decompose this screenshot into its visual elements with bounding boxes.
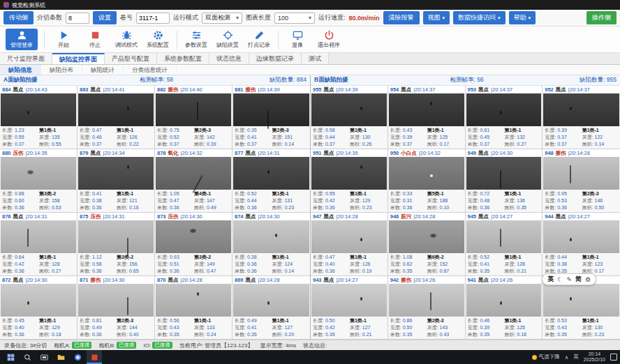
folder-icon[interactable]	[53, 350, 68, 364]
sub-tab-bar: 缺陷信息缺陷分布缺陷统计分类信息统计	[0, 65, 620, 75]
app-red-icon[interactable]	[87, 350, 102, 364]
action-button-4[interactable]: 系统配置	[145, 30, 170, 49]
action-button-6[interactable]: 缺陷设置	[215, 30, 240, 49]
defect-grid: 955黑点|20:14:39长度:0.58宽度:0.44米数:0.37第1类-1…	[311, 86, 620, 340]
ime-settings-icon[interactable]: ⚙	[585, 276, 591, 283]
defect-cell[interactable]: 875压伤|20:14:31长度:1.12宽度:0.58米数:0.36第3类-2…	[78, 213, 155, 276]
defect-cell[interactable]: 953黑点|20:14:37长度:0.61宽度:0.45米数:0.37第1类-1…	[466, 86, 543, 149]
defect-id: 882	[157, 86, 166, 93]
slit-count-input[interactable]	[66, 13, 89, 24]
defect-cell[interactable]: 870黑点|20:14:28长度:0.56宽度:0.43米数:0.35第1类-1…	[155, 276, 232, 340]
tab-5[interactable]: 边缘数据记录	[249, 53, 302, 64]
view-menu-button[interactable]: 视图	[423, 11, 450, 24]
defect-info: 长度:0.45宽度:0.40米数:0.36第1类-1灰度:129面积:0.18	[0, 317, 77, 339]
defect-id: 942	[390, 277, 399, 283]
defect-mark	[190, 229, 196, 233]
ime-lang-en[interactable]: 英	[547, 275, 554, 284]
chart-length-select[interactable]: 100	[274, 13, 315, 24]
defect-cell[interactable]: 940黑点|20:14:26长度:0.53宽度:0.43米数:0.35第1类-1…	[542, 276, 620, 340]
defect-cell-header: 878氧化|20:14:32	[155, 149, 232, 157]
action-button-3[interactable]: 调试模式	[114, 30, 139, 49]
action-button-2[interactable]: 停止	[82, 30, 108, 49]
action-button-7[interactable]: 打点记录	[246, 30, 272, 49]
defect-cell[interactable]: 877黑点|20:14:31长度:0.52宽度:0.44米数:0.36第1类-1…	[232, 149, 310, 213]
defect-cell[interactable]: 947黑点|20:14:28长度:0.47宽度:0.40米数:0.36第1类-1…	[311, 213, 388, 276]
toolbar-divider	[177, 31, 177, 49]
tab-2[interactable]: 产品型号配置	[105, 53, 157, 64]
defect-cell[interactable]: 951黑点|20:14:35长度:0.55宽度:0.42米数:0.36第1类-1…	[311, 149, 388, 213]
defect-cell[interactable]: 950小白点|20:14:32长度:0.33宽度:0.31米数:0.36第5类-…	[388, 149, 466, 213]
subtab-1[interactable]: 缺陷分布	[41, 65, 82, 75]
defect-cell[interactable]: 883黑点|20:14:41长度:0.47宽度:0.46米数:0.37第1类-1…	[78, 86, 155, 149]
defect-grid: 884黑点|20:14:43长度:1.23宽度:0.55米数:0.37第1类-1…	[0, 86, 310, 340]
clock[interactable]: 20:14 2025/2/10	[584, 351, 605, 363]
defect-cell[interactable]: 879黑点|20:14:34长度:0.41宽度:0.38米数:0.36第1类-1…	[78, 149, 155, 213]
ime-pen-icon[interactable]: ✎	[566, 276, 572, 283]
tab-3[interactable]: 系统参数配置	[157, 53, 209, 64]
defect-cell[interactable]: 881擦伤|20:14:39长度:0.35宽度:0.41米数:0.37第2类-3…	[232, 86, 310, 149]
taskview-icon[interactable]	[36, 350, 52, 364]
defect-cell[interactable]: 880压伤|20:14:35长度:0.88宽度:0.60米数:0.36第3类-2…	[0, 149, 78, 213]
defect-id: 869	[235, 277, 244, 283]
defect-cell[interactable]: 946脏污|20:14:28长度:1.08宽度:0.62米数:0.35第6类-2…	[388, 213, 466, 276]
ime-simplified[interactable]: 简	[575, 275, 582, 284]
browser-icon[interactable]	[70, 350, 85, 364]
roll-number-input[interactable]	[136, 13, 170, 24]
defect-cell[interactable]: 941黑点|20:14:26长度:0.46宽度:0.39米数:0.35第1类-1…	[466, 276, 543, 340]
action-button-5[interactable]: 参数设置	[184, 30, 209, 49]
action-button-8[interactable]: 显像	[285, 30, 310, 49]
defect-cell[interactable]: 884黑点|20:14:43长度:1.23宽度:0.55米数:0.37第1类-1…	[0, 86, 78, 149]
subtab-3[interactable]: 分类信息统计	[124, 65, 177, 75]
defect-cell[interactable]: 943黑点|20:14:27长度:0.50宽度:0.42米数:0.35第1类-1…	[311, 276, 388, 340]
defect-cell[interactable]: 942擦伤|20:14:26长度:0.86宽度:0.50米数:0.35第2类-3…	[388, 276, 466, 340]
run-mode-value: 双面检测	[205, 13, 230, 22]
defect-cell[interactable]: 949黑点|20:14:30长度:0.72宽度:0.48米数:0.36第1类-1…	[466, 149, 543, 213]
defect-cell-header: 954黑点|20:14:37	[388, 86, 465, 93]
notification-center-icon[interactable]	[610, 354, 617, 361]
defect-cell[interactable]: 948擦伤|20:14:28长度:0.95宽度:0.53米数:0.36第2类-3…	[542, 149, 620, 213]
defect-cell[interactable]: 874黑点|20:14:30长度:0.38宽度:0.36米数:0.36第1类-1…	[232, 213, 310, 276]
defect-cell-header: 882擦伤|20:14:40	[155, 86, 232, 93]
weather-widget[interactable]: 气温下降	[532, 354, 560, 361]
defect-cell[interactable]: 876黑点|20:14:31长度:0.64宽度:0.42米数:0.36第1类-1…	[0, 213, 78, 276]
defect-image	[311, 157, 387, 190]
defect-type: 黑点	[401, 86, 411, 93]
run-mode-select[interactable]: 双面检测	[202, 13, 242, 24]
defect-cell[interactable]: 869黑点|20:14:28长度:0.49宽度:0.41米数:0.35第1类-1…	[232, 276, 310, 340]
defect-time: |20:14:31	[258, 150, 280, 156]
defect-cell-header: 947黑点|20:14:28	[311, 213, 388, 220]
action-button-0[interactable]: 管理登录	[6, 29, 38, 50]
quick-data-menu-button[interactable]: 数据快捷访问	[453, 11, 505, 24]
defect-cell[interactable]: 955黑点|20:14:39长度:0.58宽度:0.44米数:0.37第1类-1…	[311, 86, 388, 149]
chart-length-value: 100	[278, 15, 288, 22]
defect-cell[interactable]: 871擦伤|20:14:30长度:0.81宽度:0.49米数:0.36第2类-3…	[78, 276, 155, 340]
defect-cell[interactable]: 872黑点|20:14:30长度:0.45宽度:0.40米数:0.36第1类-1…	[0, 276, 78, 340]
tray-expand-caret[interactable]: ∧	[565, 354, 569, 361]
defect-cell[interactable]: 882擦伤|20:14:40长度:0.75宽度:0.52米数:0.37第2类-3…	[155, 86, 232, 149]
tab-4[interactable]: 状态信息	[209, 53, 249, 64]
defect-cell[interactable]: 954黑点|20:14:37长度:0.43宽度:0.39米数:0.37第1类-1…	[388, 86, 466, 149]
clear-alarm-button[interactable]: 清除报警	[383, 11, 420, 24]
slit-set-button[interactable]: 设置	[93, 11, 117, 24]
subtab-2[interactable]: 缺陷统计	[82, 65, 124, 75]
drive-side-button[interactable]: 传动侧	[3, 11, 34, 24]
help-menu-button[interactable]: 帮助	[509, 11, 536, 24]
action-button-1[interactable]: 开始	[51, 30, 76, 49]
defect-cell[interactable]: 952黑点|20:14:37长度:0.39宽度:0.37米数:0.37第1类-1…	[542, 86, 620, 149]
tab-6[interactable]: 测试	[302, 53, 329, 64]
operate-side-button[interactable]: 操作侧	[586, 11, 617, 24]
subtab-0[interactable]: 缺陷信息	[0, 65, 41, 75]
ime-moon-icon[interactable]: ☾	[557, 276, 563, 283]
start-icon[interactable]	[3, 350, 18, 364]
tray-language-indicator[interactable]: 英	[573, 354, 579, 361]
tab-0[interactable]: 尺寸监控界面	[0, 53, 52, 64]
action-button-9[interactable]: 退出程序	[316, 30, 341, 49]
search-icon[interactable]	[20, 350, 35, 364]
defect-cell[interactable]: 944黑点|20:14:27长度:0.44宽度:0.38米数:0.35第1类-1…	[542, 213, 620, 276]
defect-class: 第1类-1	[117, 127, 152, 134]
power-icon	[324, 30, 334, 40]
defect-cell[interactable]: 873压伤|20:14:30长度:0.93宽度:0.51米数:0.36第3类-2…	[155, 213, 232, 276]
defect-cell[interactable]: 945黑点|20:14:27长度:0.52宽度:0.41米数:0.35第1类-1…	[466, 213, 543, 276]
tab-1[interactable]: 缺陷监控界面	[52, 53, 105, 64]
defect-cell[interactable]: 878氧化|20:14:32长度:1.05宽度:0.47米数:0.36第4类-1…	[155, 149, 232, 213]
